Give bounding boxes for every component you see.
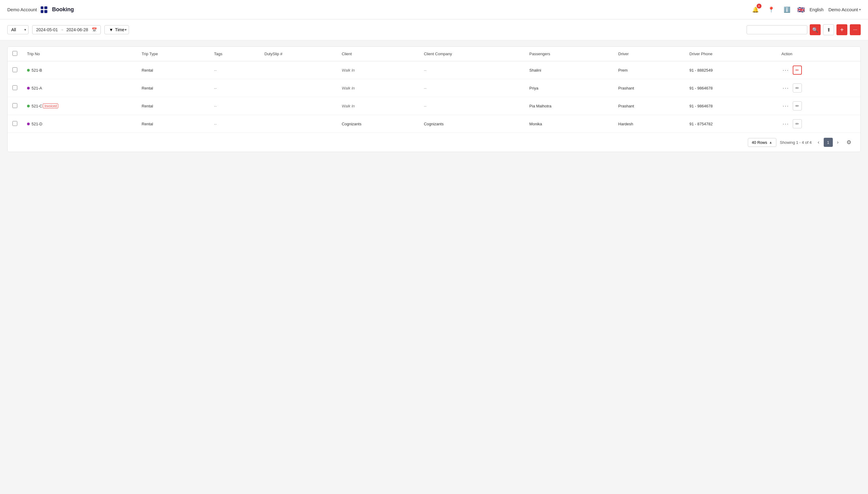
- page-current-number: 1: [824, 138, 833, 147]
- table-row: 521-A Rental -- Walk In -- Priya Prashan…: [7, 79, 861, 97]
- pencil-icon: ✏: [795, 68, 799, 73]
- pagination: 40 Rows ▲ Showing 1 - 4 of 4 ‹ 1 › ⚙: [7, 133, 861, 152]
- driver-cell: Hardesh: [614, 115, 685, 133]
- row-checkbox[interactable]: [13, 121, 17, 126]
- passengers-cell: Priya: [525, 79, 614, 97]
- plus-icon: +: [840, 26, 844, 33]
- map-pin-button[interactable]: 📍: [766, 4, 777, 15]
- passengers-cell: Pia Malhotra: [525, 97, 614, 115]
- row-more-button[interactable]: ···: [781, 120, 790, 128]
- more-options-button[interactable]: ···: [850, 24, 861, 35]
- info-button[interactable]: ℹ️: [781, 4, 792, 15]
- driver-phone-cell: 91 - 9864678: [685, 79, 777, 97]
- header-left: Demo Account Booking: [7, 6, 74, 13]
- driver-cell: Prem: [614, 61, 685, 79]
- row-edit-button[interactable]: ✏: [793, 101, 802, 111]
- action-cell: ··· ✏: [777, 61, 861, 79]
- col-action: Action: [777, 47, 861, 61]
- status-dot-purple: [27, 87, 30, 90]
- time-filter-wrapper[interactable]: ▼ Time: [105, 25, 129, 34]
- driver-phone-cell: 91 - 9864678: [685, 97, 777, 115]
- client-cell: Cognizants: [337, 115, 419, 133]
- tags-cell: --: [209, 97, 260, 115]
- trip-no-label: 521-B: [32, 68, 42, 73]
- page-next-button[interactable]: ›: [835, 139, 841, 146]
- info-icon: ℹ️: [784, 6, 790, 13]
- trip-no-label: 521-D: [32, 122, 42, 126]
- row-edit-button[interactable]: ✏: [793, 119, 802, 128]
- passengers-cell: Shalini: [525, 61, 614, 79]
- invoiced-badge: Invoiced: [43, 103, 58, 108]
- trip-type-cell: Rental: [137, 79, 209, 97]
- col-client: Client: [337, 47, 419, 61]
- table-row: 521-C Invoiced Rental -- Walk In -- Pia …: [7, 97, 861, 115]
- grid-apps-icon[interactable]: [41, 6, 48, 13]
- client-cell: Walk In: [337, 97, 419, 115]
- calendar-icon: 📅: [92, 27, 97, 32]
- trip-no-label: 521-A: [32, 86, 42, 91]
- row-checkbox[interactable]: [13, 85, 17, 90]
- bookings-table: Trip No Trip Type Tags DutySlip # Client…: [7, 47, 861, 133]
- rows-per-page-label: 40 Rows: [752, 140, 767, 145]
- filter-all-wrapper[interactable]: All: [7, 25, 29, 34]
- add-button[interactable]: +: [836, 24, 847, 35]
- row-checkbox[interactable]: [13, 68, 17, 72]
- trip-type-cell: Rental: [137, 97, 209, 115]
- row-more-button[interactable]: ···: [781, 66, 790, 74]
- driver-phone-cell: 91 - 8882549: [685, 61, 777, 79]
- upload-button[interactable]: ⬆: [823, 24, 834, 35]
- trip-no-cell: 521-D: [22, 115, 137, 133]
- client-company-cell: --: [419, 79, 525, 97]
- client-cell: Walk In: [337, 79, 419, 97]
- col-driver-phone: Driver Phone: [685, 47, 777, 61]
- tags-cell: --: [209, 79, 260, 97]
- table-settings-button[interactable]: ⚙: [845, 138, 853, 146]
- select-all-checkbox[interactable]: [13, 51, 17, 56]
- toolbar: All 2024-05-01 → 2024-06-28 📅 ▼ Time 🔍 ⬆…: [0, 19, 868, 40]
- col-dutyslip: DutySlip #: [260, 47, 337, 61]
- bookings-table-container: Trip No Trip Type Tags DutySlip # Client…: [7, 46, 861, 152]
- row-checkbox-cell: [7, 61, 22, 79]
- date-range-arrow: →: [60, 27, 64, 32]
- trip-no-label: 521-C: [32, 104, 42, 108]
- row-edit-button-highlighted[interactable]: ✏: [793, 65, 802, 75]
- rows-chevron-icon: ▲: [769, 140, 772, 144]
- page-prev-button[interactable]: ‹: [815, 139, 822, 146]
- col-passengers: Passengers: [525, 47, 614, 61]
- filter-all-select[interactable]: All: [7, 25, 29, 34]
- time-filter-label: Time: [115, 27, 125, 32]
- page-title: Booking: [52, 6, 74, 13]
- trip-type-cell: Rental: [137, 61, 209, 79]
- col-checkbox: [7, 47, 22, 61]
- search-icon: 🔍: [812, 27, 818, 33]
- driver-cell: Prashant: [614, 97, 685, 115]
- status-dot-purple: [27, 122, 30, 125]
- row-checkbox-cell: [7, 79, 22, 97]
- status-dot-green: [27, 105, 30, 108]
- notification-bell-button[interactable]: 🔔 0: [750, 4, 761, 15]
- map-pin-icon: 📍: [768, 6, 775, 13]
- demo-account-right-label[interactable]: Demo Account ▾: [828, 7, 861, 12]
- search-button[interactable]: 🔍: [810, 24, 820, 35]
- upload-icon: ⬆: [827, 27, 831, 33]
- date-from: 2024-05-01: [36, 27, 58, 32]
- col-tags: Tags: [209, 47, 260, 61]
- gear-icon: ⚙: [846, 139, 851, 145]
- time-filter-button[interactable]: ▼ Time: [105, 25, 129, 34]
- table-row: 521-D Rental -- Cognizants Cognizants Mo…: [7, 115, 861, 133]
- action-cell: ··· ✏: [777, 97, 861, 115]
- pencil-icon: ✏: [795, 121, 799, 126]
- row-edit-button[interactable]: ✏: [793, 83, 802, 93]
- header: Demo Account Booking 🔔 0 📍 ℹ️ 🇬🇧 English…: [0, 0, 868, 19]
- tags-cell: --: [209, 115, 260, 133]
- col-trip-no: Trip No: [22, 47, 137, 61]
- row-checkbox[interactable]: [13, 103, 17, 108]
- trip-no-cell: 521-C Invoiced: [22, 97, 137, 115]
- row-more-button[interactable]: ···: [781, 84, 790, 92]
- search-input[interactable]: [747, 25, 807, 34]
- dutyslip-cell: [260, 115, 337, 133]
- date-range-picker[interactable]: 2024-05-01 → 2024-06-28 📅: [32, 25, 101, 34]
- client-cell: Walk In: [337, 61, 419, 79]
- row-more-button[interactable]: ···: [781, 102, 790, 110]
- rows-per-page-button[interactable]: 40 Rows ▲: [748, 138, 776, 147]
